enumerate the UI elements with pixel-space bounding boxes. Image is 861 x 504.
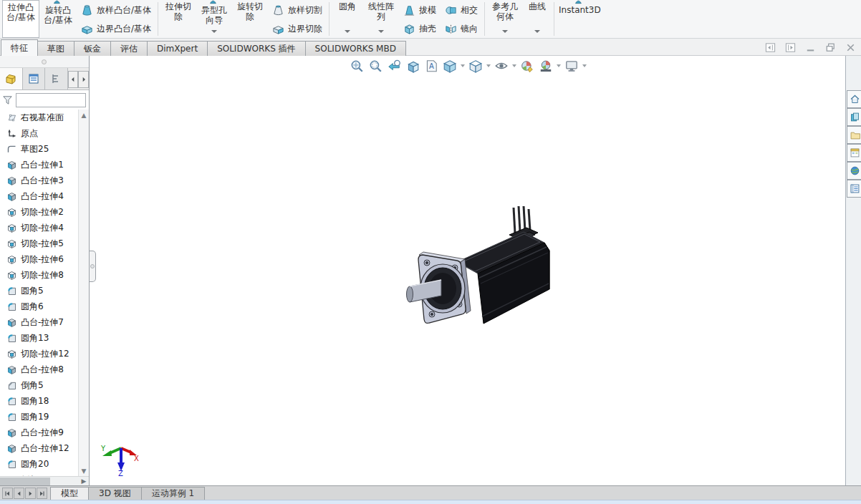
view-orientation-button-dropdown[interactable] <box>459 57 466 74</box>
pane-previous-button[interactable] <box>764 41 776 54</box>
design-library-tab[interactable] <box>847 108 861 126</box>
previous-view-button[interactable] <box>385 57 403 74</box>
lofted-cut-button[interactable]: 放样切割 <box>268 1 327 19</box>
property-manager-tab[interactable] <box>23 68 46 89</box>
draft-button[interactable]: 拔模 <box>399 1 441 19</box>
curves-button[interactable]: 曲线 <box>523 0 552 38</box>
tree-item-凸台-拉伸4[interactable]: 凸台-拉伸4 <box>0 188 78 204</box>
apply-scene-button[interactable] <box>537 57 555 74</box>
instant3d-button[interactable]: Instant3D <box>557 0 603 38</box>
appearances-scenes-tab[interactable] <box>847 162 861 180</box>
edit-appearance-button[interactable] <box>518 57 537 74</box>
revolved-cut-button[interactable]: 旋转切 除 <box>232 0 268 38</box>
first-tab-button[interactable] <box>2 488 13 499</box>
display-style-button-dropdown[interactable] <box>485 57 492 74</box>
tab-钣金[interactable]: 钣金 <box>74 41 111 56</box>
tree-item-凸台-拉伸3[interactable]: 凸台-拉伸3 <box>0 173 78 188</box>
revolved-boss-base-button[interactable]: 旋转凸 台/基体 <box>39 0 77 38</box>
tree-item-草图25[interactable]: 草图25 <box>0 141 78 157</box>
close-button[interactable] <box>844 41 857 54</box>
curves-dropdown-icon[interactable] <box>534 30 540 33</box>
panel-tabs-scroll-right-button[interactable] <box>78 71 89 88</box>
panel-collapse-handle[interactable] <box>90 251 96 282</box>
sheet-tab-运动算例 1[interactable]: 运动算例 1 <box>141 487 205 500</box>
tree-item-凸台-拉伸1[interactable]: 凸台-拉伸1 <box>0 157 78 173</box>
tree-horizontal-scrollbar[interactable]: ▶ <box>0 476 89 485</box>
tree-item-圆角13[interactable]: 圆角13 <box>0 330 78 346</box>
tree-item-右视基准面[interactable]: 右视基准面 <box>0 110 78 125</box>
last-tab-button[interactable] <box>37 488 47 499</box>
zoom-to-fit-button[interactable] <box>347 57 366 74</box>
view-orientation-button[interactable] <box>441 57 459 74</box>
stepper-motor-model[interactable] <box>403 198 555 338</box>
apply-scene-button-dropdown[interactable] <box>555 57 562 74</box>
tree-item-切除-拉伸12[interactable]: 切除-拉伸12 <box>0 346 78 362</box>
tab-特征[interactable]: 特征 <box>1 39 38 56</box>
mirror-button[interactable]: 镜向 <box>441 19 482 38</box>
tree-item-切除-拉伸2[interactable]: 切除-拉伸2 <box>0 204 78 220</box>
linear-pattern-button[interactable]: 线性阵 列 <box>363 0 399 38</box>
boundary-cut-button[interactable]: 边界切除 <box>268 19 327 38</box>
tree-item-倒角5[interactable]: 倒角5 <box>0 377 78 393</box>
restore-button[interactable] <box>824 41 837 54</box>
tree-item-切除-拉伸5[interactable]: 切除-拉伸5 <box>0 236 78 251</box>
fillet-dropdown-icon[interactable] <box>345 30 350 33</box>
tab-SOLIDWORKS MBD[interactable]: SOLIDWORKS MBD <box>305 41 406 56</box>
tree-item-圆角20[interactable]: 圆角20 <box>0 456 78 472</box>
tree-vertical-scrollbar[interactable]: ▲ ▼ <box>78 110 89 476</box>
hide-show-items-button[interactable] <box>492 57 511 74</box>
scroll-down-icon[interactable]: ▼ <box>79 465 89 476</box>
graphics-area[interactable]: A <box>90 56 845 485</box>
hole-wizard-button[interactable]: 异型孔 向导 <box>196 0 232 38</box>
view-settings-button-dropdown[interactable] <box>581 57 588 74</box>
view-settings-button[interactable] <box>562 57 581 74</box>
shell-button[interactable]: 抽壳 <box>399 19 441 38</box>
fillet-button[interactable]: 圆角 <box>332 0 363 38</box>
annotation-views-button[interactable]: A <box>422 57 441 74</box>
custom-properties-tab[interactable] <box>847 180 861 198</box>
linear-pattern-dropdown-icon[interactable] <box>378 30 384 33</box>
tree-item-圆角6[interactable]: 圆角6 <box>0 299 78 314</box>
display-style-button[interactable] <box>466 57 485 74</box>
lofted-boss-base-button[interactable]: 放样凸台/基体 <box>77 1 155 19</box>
tree-item-切除-拉伸4[interactable]: 切除-拉伸4 <box>0 220 78 236</box>
extruded-boss-base-button[interactable]: 拉伸凸 台/基体 <box>2 0 39 38</box>
sheet-tab-3D 视图[interactable]: 3D 视图 <box>88 487 142 500</box>
hide-show-items-button-dropdown[interactable] <box>511 57 518 74</box>
scrollbar-thumb[interactable] <box>0 478 50 485</box>
tab-评估[interactable]: 评估 <box>110 41 148 56</box>
tree-item-凸台-拉伸8[interactable]: 凸台-拉伸8 <box>0 362 78 377</box>
reference-geometry-dropdown-icon[interactable] <box>502 30 508 33</box>
view-palette-tab[interactable] <box>847 144 861 162</box>
tree-item-凸台-拉伸12[interactable]: 凸台-拉伸12 <box>0 440 78 456</box>
configuration-manager-tab[interactable] <box>45 68 68 89</box>
section-view-button[interactable] <box>403 57 422 74</box>
tree-item-切除-拉伸6[interactable]: 切除-拉伸6 <box>0 251 78 267</box>
intersect-button[interactable]: 相交 <box>441 1 482 19</box>
featuremanager-design-tree-tab[interactable] <box>0 68 23 89</box>
next-tab-button[interactable] <box>25 488 36 499</box>
tree-item-圆角5[interactable]: 圆角5 <box>0 283 78 299</box>
tree-item-圆角19[interactable]: 圆角19 <box>0 409 78 425</box>
scroll-up-icon[interactable]: ▲ <box>79 110 89 120</box>
panel-tabs-scroll-left-button[interactable] <box>68 71 79 88</box>
solidworks-resources-tab[interactable] <box>847 90 861 108</box>
tab-DimXpert[interactable]: DimXpert <box>147 41 208 56</box>
tree-item-圆角18[interactable]: 圆角18 <box>0 393 78 409</box>
zoom-to-area-button[interactable] <box>366 57 385 74</box>
tree-filter-input[interactable] <box>16 93 86 107</box>
tree-item-原点[interactable]: 原点 <box>0 125 78 141</box>
previous-tab-button[interactable] <box>14 488 24 499</box>
tab-草图[interactable]: 草图 <box>37 41 74 56</box>
scroll-right-icon[interactable]: ▶ <box>79 477 89 485</box>
extruded-cut-button[interactable]: 拉伸切 除 <box>160 0 196 38</box>
tree-item-切除-拉伸8[interactable]: 切除-拉伸8 <box>0 267 78 283</box>
tree-item-凸台-拉伸7[interactable]: 凸台-拉伸7 <box>0 314 78 330</box>
hole-wizard-dropdown-icon[interactable] <box>211 30 217 33</box>
tree-item-凸台-拉伸9[interactable]: 凸台-拉伸9 <box>0 425 78 440</box>
tab-SOLIDWORKS 插件[interactable]: SOLIDWORKS 插件 <box>207 41 305 56</box>
panel-splitter[interactable] <box>0 56 89 68</box>
pane-next-button[interactable] <box>784 41 797 54</box>
sheet-tab-模型[interactable]: 模型 <box>50 487 89 500</box>
file-explorer-tab[interactable] <box>847 126 861 144</box>
